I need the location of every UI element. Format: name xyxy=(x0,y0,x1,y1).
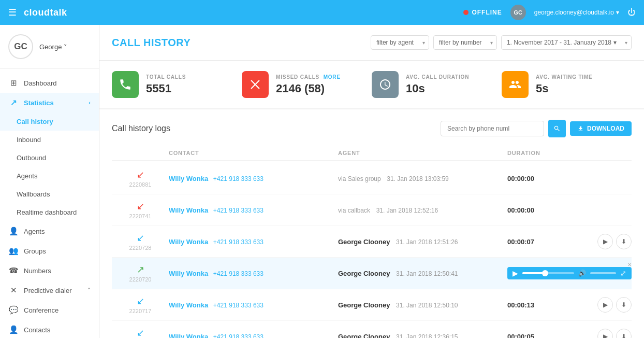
status-dot xyxy=(463,10,469,15)
username[interactable]: George ˅ xyxy=(39,43,67,51)
table-row: ↙ 2220881 Willy Wonka +421 918 333 633 v… xyxy=(112,163,632,194)
audio-track[interactable] xyxy=(522,272,574,274)
contact-name[interactable]: Willy Wonka xyxy=(169,333,208,339)
contact-phone[interactable]: +421 918 333 633 xyxy=(213,333,264,339)
agent-name: George Clooney xyxy=(338,333,390,339)
timestamp: 31. Jan 2018 12:36:15 xyxy=(396,333,458,339)
sidebar-item-realtime[interactable]: Realtime dashboard xyxy=(0,203,99,221)
avatar: GC xyxy=(8,34,33,59)
inbound-call-arrow-icon: ↙ xyxy=(137,295,144,307)
search-button[interactable] xyxy=(548,120,566,137)
timestamp: 31. Jan 2018 12:51:26 xyxy=(396,238,458,246)
avg-duration-icon xyxy=(372,71,399,98)
download-row-button[interactable]: ⬇ xyxy=(616,297,632,313)
power-icon[interactable]: ⏻ xyxy=(627,8,636,17)
contact-name[interactable]: Willy Wonka xyxy=(169,270,208,277)
sidebar-nav: ⊞ Dashboard ↗ Statistics ‹ Call history … xyxy=(0,69,99,338)
grid-icon: ⊞ xyxy=(8,78,19,88)
table-row: ↙ 2220728 Willy Wonka +421 918 333 633 G… xyxy=(112,226,632,258)
audio-fullscreen-icon[interactable]: ⤢ xyxy=(620,269,626,277)
contact-cell: Willy Wonka +421 918 333 633 xyxy=(169,175,338,182)
date-range-picker[interactable]: 1. November 2017 - 31. January 2018 ▾ xyxy=(501,35,632,50)
avg-waiting-icon xyxy=(502,71,529,98)
inbound-call-arrow-icon: ↙ xyxy=(137,232,144,244)
sidebar-user: GC George ˅ xyxy=(0,25,99,69)
call-id: ↙ 2220741 xyxy=(112,201,169,219)
agent-cell: via Sales group 31. Jan 2018 13:03:59 xyxy=(338,175,507,182)
filter-number-select[interactable]: filter by number xyxy=(433,35,497,50)
call-id: ↙ 2220562 xyxy=(112,327,169,338)
col-header-contact: CONTACT xyxy=(169,150,338,156)
audio-progress xyxy=(522,272,543,274)
timestamp: 31. Jan 2018 13:03:59 xyxy=(387,175,448,182)
contact-name[interactable]: Willy Wonka xyxy=(169,206,208,214)
sidebar-item-predictive[interactable]: ✕ Predictive dialer ˅ xyxy=(0,280,99,300)
date-range-wrapper: 1. November 2017 - 31. January 2018 ▾ xyxy=(501,35,632,50)
contact-name[interactable]: Willy Wonka xyxy=(169,175,208,182)
sidebar-item-conference[interactable]: 💬 Conference xyxy=(0,300,99,320)
duration: 00:00:00 xyxy=(507,175,590,182)
missed-call-arrow-icon: ↙ xyxy=(137,201,144,212)
contact-name[interactable]: Willy Wonka xyxy=(169,238,208,246)
avg-waiting-info: AVG. WAITING TIME 5s xyxy=(536,74,593,95)
missed-calls-more[interactable]: MORE xyxy=(324,74,341,80)
audio-close-icon[interactable]: ✕ xyxy=(627,262,632,267)
col-header-agent: AGENT xyxy=(338,150,507,156)
outbound-call-arrow-icon: ↗ xyxy=(137,264,144,275)
sidebar-item-outbound[interactable]: Outbound xyxy=(0,149,99,167)
duration: 00:00:05 xyxy=(507,333,590,339)
play-button[interactable]: ▶ xyxy=(597,234,613,249)
contact-phone[interactable]: +421 918 333 633 xyxy=(213,302,264,309)
timestamp: 31. Jan 2018 12:50:41 xyxy=(396,270,458,277)
play-button[interactable]: ▶ xyxy=(597,297,613,313)
status-badge: OFFLINE xyxy=(463,9,502,16)
play-button[interactable]: ▶ xyxy=(597,329,613,338)
stats-bar: TOTAL CALLS 5551 MISSED CALLS MORE 2146 … xyxy=(99,61,644,109)
filter-agent-select[interactable]: filter by agent xyxy=(371,35,429,50)
duration: 00:00:13 xyxy=(507,301,590,309)
volume-track[interactable] xyxy=(590,272,616,274)
agent-name: George Clooney xyxy=(338,270,390,277)
contact-cell: Willy Wonka +421 918 333 633 xyxy=(169,333,338,339)
contact-phone[interactable]: +421 918 333 633 xyxy=(213,238,264,246)
download-button[interactable]: DOWNLOAD xyxy=(570,121,632,136)
sidebar-item-numbers[interactable]: ☎ Numbers xyxy=(0,261,99,280)
inbound-call-arrow-icon: ↙ xyxy=(137,327,144,338)
sidebar-item-wallboards[interactable]: Wallboards xyxy=(0,185,99,203)
audio-player-cell: ✕ ▶ 🔊 ⤢ xyxy=(507,267,632,279)
contact-phone[interactable]: +421 918 333 633 xyxy=(213,207,264,214)
topnav: ☰ cloudtalk OFFLINE GC george.clooney@cl… xyxy=(0,0,644,25)
search-input[interactable] xyxy=(441,121,544,136)
audio-volume-icon[interactable]: 🔊 xyxy=(578,270,586,277)
agent-name: George Clooney xyxy=(338,301,390,309)
logs-header: Call history logs DOWNLOAD xyxy=(112,120,632,137)
user-email[interactable]: george.clooney@cloudtalk.io ▾ xyxy=(534,9,619,16)
sidebar: GC George ˅ ⊞ Dashboard ↗ Statistics ‹ C… xyxy=(0,25,99,338)
audio-player[interactable]: ▶ 🔊 ⤢ xyxy=(507,267,632,279)
contact-phone[interactable]: +421 918 333 633 xyxy=(213,270,264,277)
sidebar-item-dashboard[interactable]: ⊞ Dashboard xyxy=(0,73,99,93)
contact-phone[interactable]: +421 918 333 633 xyxy=(213,175,264,182)
filter-agent-wrapper: filter by agent xyxy=(371,35,429,50)
avg-duration-label: AVG. CALL DURATION xyxy=(406,74,469,80)
sidebar-item-groups[interactable]: 👥 Groups xyxy=(0,241,99,261)
audio-play-icon[interactable]: ▶ xyxy=(513,269,518,277)
sidebar-item-contacts[interactable]: 👤 Contacts xyxy=(0,320,99,338)
agent-cell: George Clooney 31. Jan 2018 12:51:26 xyxy=(338,238,507,246)
contact-name[interactable]: Willy Wonka xyxy=(169,301,208,309)
call-id: ↗ 2220720 xyxy=(112,264,169,283)
sidebar-item-inbound[interactable]: Inbound xyxy=(0,131,99,149)
download-row-button[interactable]: ⬇ xyxy=(616,329,632,338)
sidebar-item-agents[interactable]: 👤 Agents xyxy=(0,221,99,241)
hamburger-icon[interactable]: ☰ xyxy=(8,7,17,18)
sidebar-item-agents-stat[interactable]: Agents xyxy=(0,167,99,185)
filter-group: filter by agent filter by number 1. Nove… xyxy=(371,35,632,50)
sidebar-item-call-history[interactable]: Call history xyxy=(0,112,99,131)
conference-icon: 💬 xyxy=(8,305,19,315)
col-header-id xyxy=(112,150,169,156)
download-row-button[interactable]: ⬇ xyxy=(616,234,632,249)
avg-duration-info: AVG. CALL DURATION 10s xyxy=(406,74,469,95)
sidebar-item-statistics[interactable]: ↗ Statistics ‹ xyxy=(0,93,99,112)
total-calls-label: TOTAL CALLS xyxy=(146,74,186,80)
audio-knob[interactable] xyxy=(542,270,548,276)
